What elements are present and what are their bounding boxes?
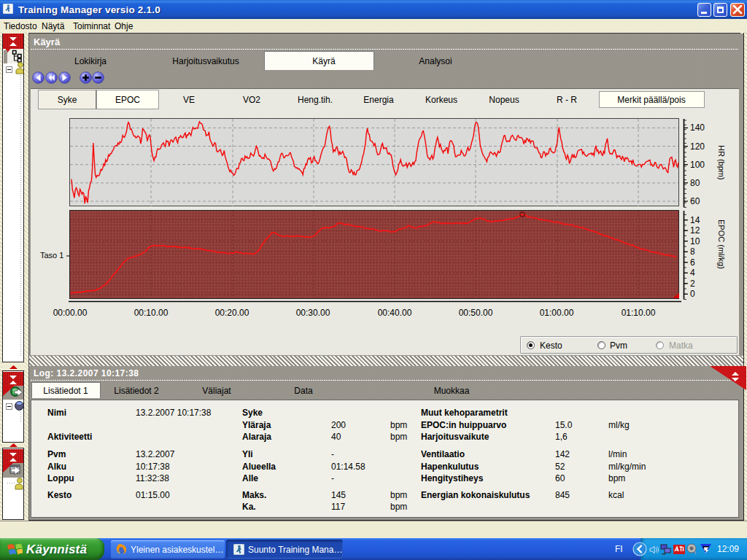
svg-text:12: 12 bbox=[690, 225, 700, 236]
svg-text:Taso 1: Taso 1 bbox=[40, 251, 63, 260]
svg-text:00:40.00: 00:40.00 bbox=[378, 308, 412, 318]
svg-text:10: 10 bbox=[690, 236, 700, 246]
svg-text:140: 140 bbox=[690, 122, 705, 133]
svg-text:00:20.00: 00:20.00 bbox=[215, 308, 249, 318]
svg-text:6: 6 bbox=[690, 257, 695, 268]
svg-text:EPOC (ml/kg): EPOC (ml/kg) bbox=[717, 219, 726, 269]
svg-text:4: 4 bbox=[690, 268, 695, 278]
svg-text:01:10.00: 01:10.00 bbox=[622, 308, 656, 318]
svg-text:2: 2 bbox=[690, 279, 695, 289]
svg-text:8: 8 bbox=[690, 246, 695, 257]
svg-text:00:00.00: 00:00.00 bbox=[53, 308, 88, 318]
svg-text:HR (bpm): HR (bpm) bbox=[717, 145, 726, 180]
svg-text:00:30.00: 00:30.00 bbox=[296, 308, 330, 318]
svg-text:00:50.00: 00:50.00 bbox=[459, 308, 493, 318]
svg-text:60: 60 bbox=[690, 196, 700, 206]
svg-text:0: 0 bbox=[690, 289, 695, 299]
svg-text:14: 14 bbox=[690, 215, 700, 225]
svg-text:01:00.00: 01:00.00 bbox=[540, 308, 574, 318]
svg-text:100: 100 bbox=[690, 160, 705, 170]
svg-text:80: 80 bbox=[690, 178, 700, 188]
svg-text:120: 120 bbox=[690, 141, 705, 152]
svg-text:00:10.00: 00:10.00 bbox=[134, 308, 169, 318]
